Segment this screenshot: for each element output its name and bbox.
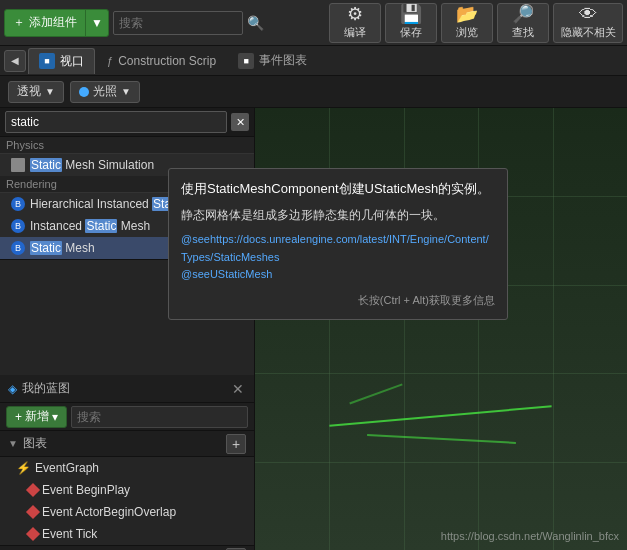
tooltip-subtitle: 静态网格体是组成多边形静态集的几何体的一块。 (181, 206, 495, 225)
hide-icon: 👁 (579, 5, 597, 23)
blueprint-search-row: + 新增 ▾ (0, 403, 254, 431)
perspective-button[interactable]: 透视 ▼ (8, 81, 64, 103)
tooltip-title: 使用StaticMeshComponent创建UStaticMesh的实例。 (181, 179, 495, 200)
list-item[interactable]: Event BeginPlay (0, 479, 254, 501)
tab-construction-script[interactable]: ƒ Construction Scrip (97, 48, 226, 74)
add-dropdown-icon: ▾ (52, 410, 58, 424)
my-blueprint-title: ◈ 我的蓝图 (8, 380, 70, 397)
top-toolbar: ＋ 添加组件 ▼ 🔍 ⚙ 编译 💾 保存 📂 浏览 🔎 查找 👁 隐藏不相关 (0, 0, 627, 46)
plus-icon: + (15, 410, 22, 424)
tick-label: Event Tick (42, 527, 97, 541)
actor-overlap-icon (26, 505, 40, 519)
compile-button[interactable]: ⚙ 编译 (329, 3, 381, 43)
tab-bar: ◀ ■ 视口 ƒ Construction Scrip ■ 事件图表 (0, 46, 627, 76)
blueprint-search-input[interactable] (71, 406, 248, 428)
tab-event-graph[interactable]: ■ 事件图表 (228, 48, 317, 74)
blueprint-area: ◈ 我的蓝图 ✕ + 新增 ▾ ▼ 图表 + (0, 375, 254, 550)
begin-play-icon (26, 483, 40, 497)
actor-overlap-label: Event ActorBeginOverlap (42, 505, 176, 519)
list-item[interactable]: ⚡ EventGraph (0, 457, 254, 479)
event-graph-item-icon: ⚡ (16, 461, 31, 475)
my-blueprint-header: ◈ 我的蓝图 ✕ (0, 375, 254, 403)
grid-line (255, 462, 627, 463)
compile-icon: ⚙ (347, 5, 363, 23)
event-graph-tab-icon: ■ (238, 53, 254, 69)
tooltip-see: @seeUStaticMesh (181, 266, 495, 284)
construction-script-label: Construction Scrip (118, 54, 216, 68)
tab-scroll-left[interactable]: ◀ (4, 50, 26, 72)
main-layout: ✕ Physics Static Mesh Simulation Renderi… (0, 108, 627, 550)
lighting-chevron-icon: ▼ (121, 86, 131, 97)
tooltip-footer: 长按(Ctrl + Alt)获取更多信息 (181, 292, 495, 310)
viewport-tab-icon: ■ (39, 53, 55, 69)
neon-line (330, 406, 553, 427)
toolbar-search-input[interactable] (113, 11, 243, 35)
save-icon: 💾 (400, 5, 422, 23)
left-panel: ✕ Physics Static Mesh Simulation Renderi… (0, 108, 255, 550)
add-graph-button[interactable]: + (226, 434, 246, 454)
script-tab-icon: ƒ (107, 55, 113, 67)
graph-arrow-icon: ▼ (8, 438, 18, 449)
component-search-input[interactable] (5, 111, 227, 133)
event-graph-item-label: EventGraph (35, 461, 99, 475)
hier-instanced-icon: B (10, 196, 26, 212)
grid-line (553, 108, 554, 550)
neon-line (349, 384, 402, 405)
lighting-label: 光照 (93, 83, 117, 100)
hide-unrelated-button[interactable]: 👁 隐藏不相关 (553, 3, 623, 43)
tab-viewport[interactable]: ■ 视口 (28, 48, 95, 74)
url-overlay: https://blog.csdn.net/Wanglinlin_bfcx (441, 530, 619, 542)
add-component-button[interactable]: ＋ 添加组件 ▼ (4, 9, 109, 37)
viewport-controls: 透视 ▼ 光照 ▼ (0, 76, 627, 108)
instanced-static-icon: B (10, 218, 26, 234)
close-icon: ✕ (236, 116, 245, 129)
tooltip-link: @seehttps://docs.unrealengine.com/latest… (181, 231, 495, 266)
event-graph-label: 事件图表 (259, 52, 307, 69)
tick-icon (26, 527, 40, 541)
list-item[interactable]: Event Tick (0, 523, 254, 545)
perspective-label: 透视 (17, 83, 41, 100)
find-icon: 🔎 (512, 5, 534, 23)
chevron-down-icon: ▼ (45, 86, 55, 97)
list-item[interactable]: Event ActorBeginOverlap (0, 501, 254, 523)
lighting-button[interactable]: 光照 ▼ (70, 81, 140, 103)
add-new-button[interactable]: + 新增 ▾ (6, 406, 67, 428)
grid-line (255, 373, 627, 374)
chevron-left-icon: ◀ (11, 55, 19, 66)
physics-section-header: Physics (0, 137, 254, 154)
find-button[interactable]: 🔎 查找 (497, 3, 549, 43)
graph-section-header[interactable]: ▼ 图表 + (0, 431, 254, 457)
graph-section-label: 图表 (23, 435, 47, 452)
add-new-label: 新增 (25, 408, 49, 425)
search-box: ✕ (0, 108, 254, 137)
blueprint-panel-icon: ◈ (8, 382, 17, 396)
add-component-label: 添加组件 (29, 14, 77, 31)
tooltip-box: 使用StaticMeshComponent创建UStaticMesh的实例。 静… (168, 168, 508, 320)
mesh-sim-icon (10, 157, 26, 173)
viewport-tab-label: 视口 (60, 53, 84, 70)
plus-icon: ＋ (13, 14, 25, 31)
lighting-dot-icon (79, 87, 89, 97)
begin-play-label: Event BeginPlay (42, 483, 130, 497)
close-blueprint-button[interactable]: ✕ (230, 381, 246, 397)
search-clear-button[interactable]: ✕ (231, 113, 249, 131)
functions-section-header[interactable]: ▼ 函数（18可覆盖） + (0, 545, 254, 550)
browse-icon: 📂 (456, 5, 478, 23)
neon-line (367, 434, 516, 444)
save-button[interactable]: 💾 保存 (385, 3, 437, 43)
search-icon: 🔍 (247, 15, 264, 31)
static-mesh-icon: B (10, 240, 26, 256)
add-component-arrow[interactable]: ▼ (85, 10, 108, 36)
browse-button[interactable]: 📂 浏览 (441, 3, 493, 43)
